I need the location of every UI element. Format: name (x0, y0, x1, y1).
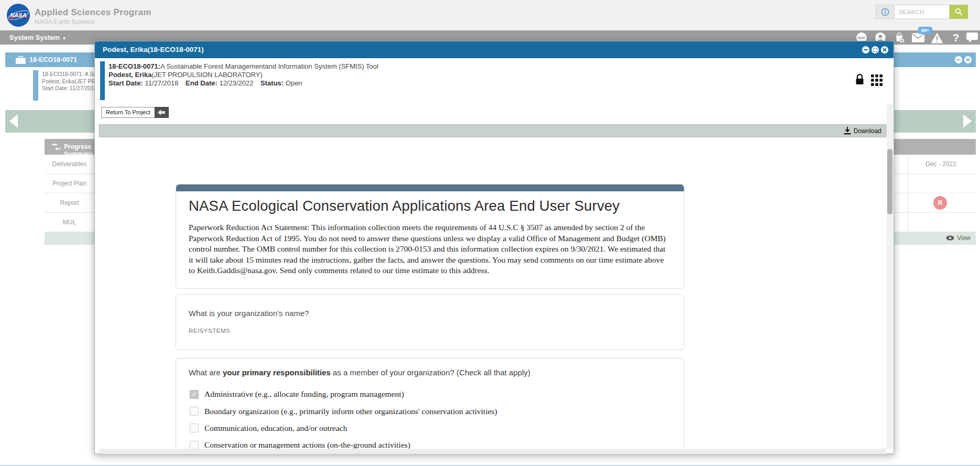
checkbox-unchecked[interactable] (190, 407, 199, 416)
survey-title: NASA Ecological Conservation Application… (189, 198, 620, 214)
project-card-accent (33, 70, 38, 101)
carousel-band-left (5, 110, 94, 133)
question-text: What is your organization's name? (189, 309, 309, 318)
table-column-divider (908, 155, 908, 232)
app-subtitle: NASA Earth Science (35, 18, 95, 26)
back-arrow-icon (155, 107, 169, 118)
survey-option-row: Conservation or management actions (on-t… (190, 437, 672, 449)
survey-toolbar: Download (99, 124, 886, 137)
checkbox-unchecked[interactable] (190, 441, 199, 449)
panel-footer-right: View (894, 232, 976, 245)
alerts-icon[interactable] (931, 32, 943, 43)
svg-text:NASA: NASA (10, 12, 26, 18)
search-info-button[interactable] (876, 5, 895, 19)
checkbox-unchecked[interactable] (190, 424, 199, 432)
return-button-label: Return To Project (101, 107, 155, 118)
modal-title: Podest, Erika(18-ECO18-0071) (103, 41, 204, 58)
system-menu[interactable]: System System▾ (9, 30, 66, 45)
eye-icon (946, 235, 954, 241)
progress-row-deliverables[interactable]: Deliverables (45, 155, 94, 174)
progress-row-project-plan[interactable]: Project Plan (45, 174, 94, 193)
survey-option-row: ✓Administrative (e.g., allocate funding,… (190, 386, 672, 403)
progress-row-report[interactable]: Report (45, 193, 94, 213)
project-list-item[interactable]: 18-ECO18-0071: A Sustainabl Podest, Erik… (29, 67, 94, 104)
paperwork-statement: Paperwork Reduction Act Statement: This … (189, 222, 672, 276)
chevron-down-icon: ▾ (63, 36, 66, 41)
download-icon (844, 127, 851, 135)
nasa-logo-icon: NASA (6, 3, 30, 27)
survey-card-accent (176, 185, 684, 191)
messages-badge: 99+ (918, 27, 932, 34)
question-text: What are your primary responsibilities a… (189, 368, 530, 377)
project-info: 18-ECO18-0071:A Sustainable Forest Manag… (108, 62, 378, 88)
help-icon[interactable]: ? (950, 32, 962, 43)
tab-project-id[interactable]: 18-ECO18-0071 (29, 52, 77, 67)
project-modal: Podest, Erika(18-ECO18-0071) 18-ECO18-00… (94, 41, 894, 454)
option-label: Conservation or management actions (on-t… (204, 440, 410, 449)
store-cart-icon[interactable] (893, 32, 906, 43)
top-header: NASA Applied Sciences Program NASA Earth… (0, 0, 980, 30)
survey-header-card: NASA Ecological Conservation Application… (176, 184, 684, 289)
project-card-text: 18-ECO18-0071: A Sustainabl Podest, Erik… (42, 71, 94, 92)
search-input[interactable] (895, 5, 950, 19)
survey-document: NASA Ecological Conservation Application… (99, 137, 886, 449)
month-cell-empty-2 (894, 213, 976, 232)
scrollbar-thumb[interactable] (887, 149, 892, 214)
search-button[interactable] (950, 5, 968, 19)
modal-titlebar[interactable]: Podest, Erika(18-ECO18-0071) (95, 41, 894, 58)
messages-icon[interactable] (912, 32, 924, 43)
swap-arrows-icon (52, 143, 61, 152)
grid-apps-icon[interactable] (871, 74, 883, 88)
month-cell-report: R (894, 193, 976, 213)
lock-icon[interactable] (855, 73, 865, 87)
question-answer: REISYSTEMS (189, 328, 230, 334)
info-icon (881, 8, 889, 16)
feedback-chat-icon[interactable] (966, 32, 978, 43)
progress-footer-left (45, 232, 94, 245)
progress-row-mul[interactable]: MUL (45, 213, 94, 232)
option-label: Administrative (e.g., allocate funding, … (204, 389, 404, 399)
download-link[interactable]: Download (844, 125, 881, 137)
carousel-next-icon[interactable] (963, 114, 972, 128)
briefcase-icon (16, 56, 26, 66)
question-card-responsibilities: What are your primary responsibilities a… (176, 358, 684, 449)
panel-minimize-icon[interactable] (955, 56, 962, 63)
modal-popout-icon[interactable] (872, 46, 879, 53)
carousel-band-right (894, 110, 976, 133)
report-status-badge[interactable]: R (933, 196, 947, 210)
project-info-accent (100, 61, 105, 100)
question-card-organization: What is your organization's name? REISYS… (176, 294, 684, 350)
checkbox-checked[interactable]: ✓ (190, 390, 199, 399)
modal-bottom-scroll-strip (99, 449, 887, 454)
modal-close-icon[interactable] (881, 46, 888, 53)
survey-option-row: Boundary organization (e.g., primarily i… (190, 403, 672, 419)
month-cell-empty-1 (894, 174, 976, 193)
search-icon (954, 7, 963, 16)
modal-vertical-scrollbar[interactable] (887, 104, 893, 449)
survey-option-row: Communication, education, and/or outreac… (190, 420, 672, 437)
nasa-logo: NASA (6, 3, 30, 29)
carousel-prev-icon[interactable] (9, 114, 18, 128)
return-to-project-button[interactable]: Return To Project (101, 107, 169, 118)
q2-options: ✓Administrative (e.g., allocate funding,… (190, 386, 672, 449)
month-panel-header (894, 139, 976, 155)
modal-minimize-icon[interactable] (862, 46, 869, 53)
option-label: Communication, education, and/or outreac… (204, 424, 347, 433)
option-label: Boundary organization (e.g., primarily i… (204, 407, 497, 416)
month-header-cell: Dec - 2022 (894, 155, 976, 174)
panel-close-icon[interactable] (964, 56, 972, 63)
view-link[interactable]: View (946, 234, 971, 242)
app-title: Applied Sciences Program (35, 7, 151, 18)
